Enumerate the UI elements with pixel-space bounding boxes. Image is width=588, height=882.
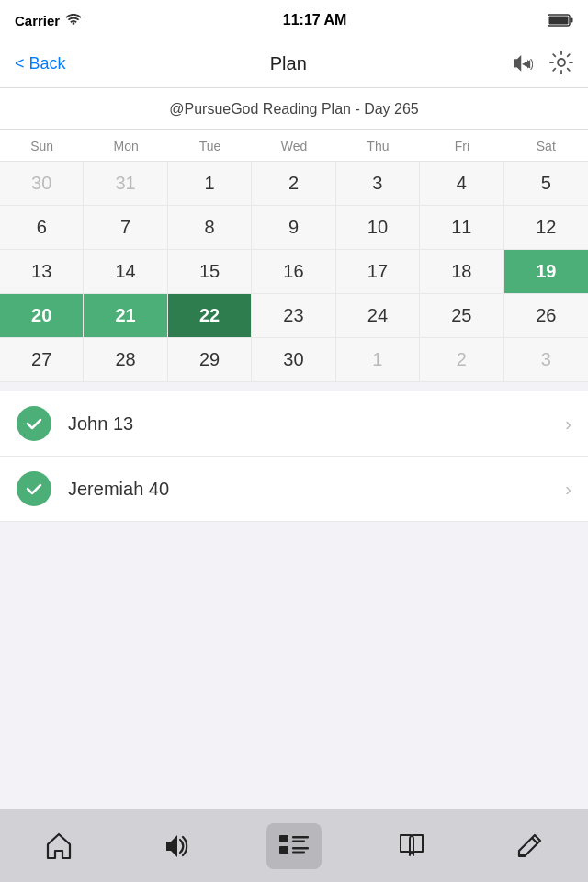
reading-checkmark (17, 406, 51, 441)
calendar-day[interactable]: 5 (504, 162, 588, 206)
svg-rect-10 (292, 851, 305, 853)
audio-icon[interactable]: ◀) (511, 52, 533, 76)
nav-actions: ◀) (511, 51, 573, 78)
status-time: 11:17 AM (283, 12, 347, 28)
calendar-day[interactable]: 29 (168, 338, 252, 382)
tab-book[interactable] (384, 823, 439, 869)
calendar-day[interactable]: 3 (504, 338, 588, 382)
svg-rect-5 (279, 835, 288, 842)
calendar-day[interactable]: 21 (84, 294, 167, 338)
calendar-day[interactable]: 2 (252, 162, 335, 206)
svg-rect-7 (292, 840, 305, 842)
day-sat: Sat (504, 130, 588, 162)
tab-list[interactable] (266, 823, 322, 869)
nav-title: Plan (270, 53, 307, 74)
day-wed: Wed (252, 130, 335, 162)
calendar-day[interactable]: 3 (336, 162, 420, 206)
calendar-day[interactable]: 17 (336, 250, 420, 294)
tab-home[interactable] (31, 823, 86, 869)
settings-icon[interactable] (549, 51, 573, 78)
status-right (548, 14, 573, 27)
svg-rect-9 (292, 847, 309, 850)
calendar-day[interactable]: 7 (84, 206, 167, 250)
tab-bar (0, 808, 588, 882)
svg-rect-1 (570, 18, 572, 23)
calendar-day[interactable]: 1 (168, 162, 252, 206)
calendar-day[interactable]: 4 (420, 162, 503, 206)
battery-icon (548, 14, 573, 27)
calendar-day[interactable]: 2 (420, 338, 503, 382)
list-icon (277, 831, 311, 861)
calendar-day[interactable]: 19 (504, 250, 588, 294)
calendar: Sun Mon Tue Wed Thu Fri Sat 303112345678… (0, 130, 588, 382)
reading-chevron-icon: › (565, 413, 571, 435)
calendar-day[interactable]: 30 (0, 162, 84, 206)
day-mon: Mon (84, 130, 167, 162)
day-sun: Sun (0, 130, 84, 162)
svg-rect-6 (292, 836, 309, 839)
status-left: Carrier (15, 13, 82, 28)
calendar-day[interactable]: 16 (252, 250, 335, 294)
calendar-day[interactable]: 10 (336, 206, 420, 250)
speaker-icon (162, 832, 191, 860)
calendar-day[interactable]: 26 (504, 294, 588, 338)
svg-rect-2 (548, 17, 568, 25)
carrier-label: Carrier (15, 13, 60, 28)
calendar-grid: 3031123456789101112131415161718192021222… (0, 162, 588, 382)
calendar-day[interactable]: 6 (0, 206, 84, 250)
tab-edit[interactable] (502, 823, 557, 869)
reading-label: Jeremiah 40 (68, 479, 565, 500)
calendar-day[interactable]: 25 (420, 294, 503, 338)
pencil-icon (515, 832, 543, 860)
status-bar: Carrier 11:17 AM (0, 0, 588, 40)
home-icon (44, 832, 74, 860)
svg-rect-8 (279, 846, 288, 854)
day-tue: Tue (168, 130, 252, 162)
calendar-day[interactable]: 9 (252, 206, 335, 250)
reading-label: John 13 (68, 413, 565, 435)
calendar-day[interactable]: 31 (84, 162, 167, 206)
day-thu: Thu (336, 130, 420, 162)
calendar-day[interactable]: 23 (252, 294, 335, 338)
calendar-day[interactable]: 22 (168, 294, 252, 338)
wifi-icon (65, 14, 82, 27)
reading-item[interactable]: John 13› (0, 391, 588, 457)
reading-chevron-icon: › (565, 479, 571, 500)
calendar-day[interactable]: 24 (336, 294, 420, 338)
calendar-day[interactable]: 1 (336, 338, 420, 382)
calendar-header: Sun Mon Tue Wed Thu Fri Sat (0, 130, 588, 162)
svg-point-4 (558, 59, 565, 66)
calendar-day[interactable]: 12 (504, 206, 588, 250)
nav-bar: < Back Plan ◀) (0, 40, 588, 88)
calendar-day[interactable]: 13 (0, 250, 84, 294)
calendar-day[interactable]: 14 (84, 250, 167, 294)
calendar-day[interactable]: 8 (168, 206, 252, 250)
back-button[interactable]: < Back (15, 54, 66, 74)
plan-title-text: @PursueGod Reading Plan - Day 265 (169, 101, 419, 117)
calendar-day[interactable]: 15 (168, 250, 252, 294)
calendar-day[interactable]: 11 (420, 206, 503, 250)
reading-list: John 13›Jeremiah 40› (0, 391, 588, 522)
plan-title: @PursueGod Reading Plan - Day 265 (0, 88, 588, 130)
svg-text:◀): ◀) (522, 57, 533, 70)
calendar-day[interactable]: 27 (0, 338, 84, 382)
day-fri: Fri (420, 130, 503, 162)
reading-checkmark (17, 471, 51, 506)
book-icon (397, 831, 426, 861)
calendar-day[interactable]: 28 (84, 338, 167, 382)
calendar-day[interactable]: 30 (252, 338, 335, 382)
calendar-day[interactable]: 18 (420, 250, 503, 294)
tab-audio[interactable] (149, 823, 204, 869)
back-label: < Back (15, 54, 66, 74)
reading-item[interactable]: Jeremiah 40› (0, 457, 588, 522)
calendar-day[interactable]: 20 (0, 294, 84, 338)
